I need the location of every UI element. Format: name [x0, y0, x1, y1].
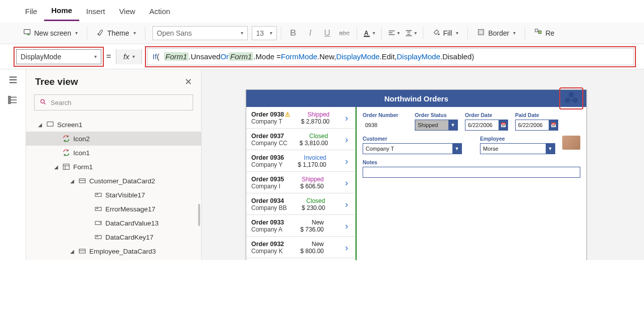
separator	[381, 27, 382, 39]
tree-view-icon[interactable]	[8, 94, 19, 105]
svg-point-11	[41, 99, 44, 103]
select-employee[interactable]: Morse▼	[480, 143, 555, 154]
menu-insert[interactable]: Insert	[79, 2, 112, 21]
token-enum: FormMode	[281, 52, 317, 61]
token-function: If	[152, 52, 156, 61]
label-icon	[94, 205, 102, 213]
border-button[interactable]: Border ▾	[472, 25, 521, 41]
tree-node-label: Icon2	[73, 135, 90, 143]
menu-bar: File Home Insert View Action	[0, 0, 644, 22]
italic-button[interactable]: I	[302, 28, 318, 38]
token-control: Form1	[229, 52, 253, 61]
formula-input[interactable]: If ( Form1 .Unsaved Or Form1 .Mode = For…	[147, 48, 634, 65]
order-list[interactable]: Order 0938⚠Company TShipped$ 2,870.00›Or…	[246, 107, 356, 260]
tree-node-label: Employee_DataCard3	[89, 248, 156, 255]
date-paid-date[interactable]: 6/22/2006📅	[515, 120, 558, 131]
theme-button[interactable]: Theme ▾	[91, 25, 141, 41]
hamburger-icon[interactable]	[8, 74, 19, 85]
order-list-item[interactable]: Order 0933Company ANew$ 736.00›	[246, 215, 355, 237]
screen-icon	[46, 121, 54, 129]
font-name-value: Open Sans	[157, 29, 192, 37]
order-list-item[interactable]: Order 0936Company YInvoiced$ 1,170.00›	[246, 150, 355, 172]
tree-node-screen1[interactable]: ◢Screen1	[26, 118, 201, 132]
svg-rect-6	[535, 29, 538, 32]
order-list-item[interactable]: Order 0932Company KNew$ 800.00›	[246, 237, 355, 258]
select-customer[interactable]: Company T▼	[363, 143, 462, 154]
tree-node-datacardkey[interactable]: DataCardKey17	[26, 230, 201, 244]
tree-node-starvisible[interactable]: StarVisible17	[26, 188, 201, 202]
svg-rect-0	[24, 30, 30, 34]
valign-button[interactable]: ▾	[403, 29, 419, 38]
border-icon	[477, 28, 485, 38]
order-list-item[interactable]: Order 0935Company IShipped$ 606.50›	[246, 172, 355, 193]
tree-node-employee-card[interactable]: ◢Employee_DataCard3	[26, 244, 201, 258]
tree-node-datacardvalue[interactable]: DataCardValue13	[26, 216, 201, 230]
date-order-date[interactable]: 6/22/2006📅	[465, 120, 508, 131]
chevron-down-icon: ▾	[94, 54, 97, 59]
menu-home[interactable]: Home	[44, 1, 79, 21]
token-prop: .Disabled	[440, 52, 472, 61]
separator	[281, 27, 281, 39]
svg-rect-19	[79, 249, 85, 253]
chevron-right-icon: ›	[343, 178, 350, 188]
label-icon	[94, 191, 102, 199]
chevron-down-icon: ▼	[546, 144, 555, 154]
font-size-combo[interactable]: 13 ▾	[252, 26, 277, 40]
token-keyword: Or	[220, 52, 229, 61]
tree-node-label: DataCardValue13	[105, 219, 158, 227]
calendar-icon: 📅	[499, 120, 508, 130]
property-selector[interactable]: DisplayMode ▾	[16, 49, 101, 64]
font-size-value: 13	[256, 29, 264, 37]
bold-button[interactable]: B	[285, 28, 301, 38]
selected-sync-icon[interactable]	[560, 88, 582, 108]
chevron-down-icon: ▾	[133, 30, 136, 36]
tree-node-customer-card[interactable]: ◢Customer_DataCard2	[26, 174, 201, 188]
main: Tree view ✕ Search ◢Screen1 Icon2 Icon1 …	[0, 69, 644, 260]
canvas[interactable]: Northwind Orders Order 0938⚠Company TShi…	[202, 69, 644, 260]
app-titlebar: Northwind Orders	[246, 90, 586, 107]
input-notes[interactable]	[363, 167, 580, 178]
menu-file[interactable]: File	[18, 2, 44, 21]
separator	[423, 27, 423, 39]
chevron-down-icon: ▾	[397, 30, 400, 36]
tree-node-label: StarVisible17	[105, 191, 145, 199]
sync-icon	[62, 149, 70, 157]
tree-search-input[interactable]: Search	[34, 94, 193, 110]
scrollbar-thumb[interactable]	[198, 204, 200, 226]
chevron-right-icon: ›	[343, 221, 350, 232]
combobox-icon	[94, 219, 102, 227]
select-order-status[interactable]: Shipped▼	[415, 120, 458, 131]
reorder-button[interactable]: Re	[529, 25, 559, 41]
order-list-item[interactable]: Order 0937Company CCClosed$ 3,810.00›	[246, 129, 355, 150]
datacard-icon	[78, 177, 86, 185]
order-list-item[interactable]: Order 0934Company BBClosed$ 230.00›	[246, 193, 355, 215]
tree-node-icon1[interactable]: Icon1	[26, 146, 201, 160]
tree-node-form1[interactable]: ◢Form1	[26, 160, 201, 174]
font-name-combo[interactable]: Open Sans ▾	[152, 26, 248, 40]
underline-button[interactable]: U	[319, 28, 336, 38]
menu-action[interactable]: Action	[142, 2, 178, 21]
token-paren: )	[471, 52, 474, 61]
tree-node-label: Screen1	[57, 121, 82, 129]
tree-node-errormessage[interactable]: ErrorMessage17	[26, 202, 201, 216]
tree-node-label: DataCardKey17	[105, 234, 153, 241]
new-screen-button[interactable]: New screen ▾	[18, 25, 83, 41]
close-panel-button[interactable]: ✕	[185, 76, 192, 87]
fill-button[interactable]: Fill ▾	[427, 25, 464, 41]
calendar-icon: 📅	[549, 120, 558, 130]
tree-node-label: Icon1	[73, 149, 90, 157]
strikethrough-button[interactable]: abc	[337, 29, 353, 37]
chevron-down-icon: ▾	[241, 30, 243, 36]
employee-avatar	[562, 136, 580, 150]
font-color-button[interactable]: A▾	[361, 29, 377, 38]
border-label: Border	[488, 29, 509, 37]
svg-rect-12	[47, 122, 53, 127]
order-list-item[interactable]: Order 0938⚠Company TShipped$ 2,870.00›	[246, 107, 355, 129]
tree-node-icon2[interactable]: Icon2	[26, 132, 201, 146]
menu-view[interactable]: View	[112, 2, 142, 21]
reorder-icon	[534, 28, 542, 38]
align-button[interactable]: ▾	[386, 29, 402, 38]
property-name: DisplayMode	[21, 53, 61, 61]
fx-button[interactable]: fx ▾	[116, 49, 142, 64]
sync-icon	[62, 135, 70, 143]
